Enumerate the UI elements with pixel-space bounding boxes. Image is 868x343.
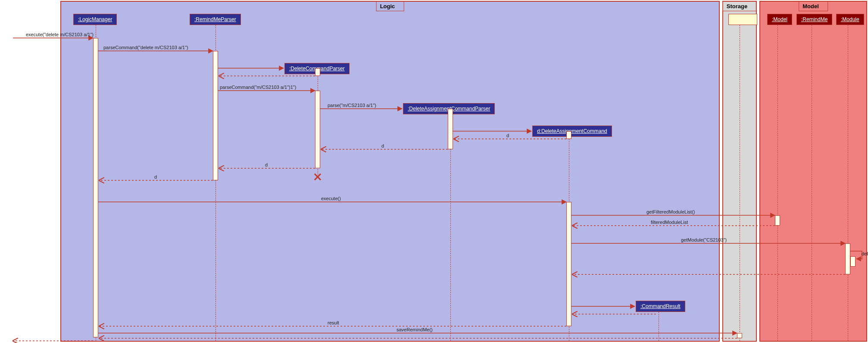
lifeline-storage [740,25,740,341]
msg-getmodule: getModule("CS2103") [681,237,727,242]
msg-parsecommand-2: parseCommand("m/CS2103 a/1")1") [220,85,296,90]
msg-saveremindme: saveRemindMe() [397,327,433,332]
frame-model-title: Model [799,2,828,11]
lifeline-module [848,25,848,341]
act-delassigncmd-1 [566,131,571,139]
act-delassignparser [448,109,453,149]
head-remindmeparser: :RemindMeParser [190,14,241,25]
msg-filteredmodulelist: filteredModuleList [651,220,688,225]
head-commandresult: :CommandResult [636,301,685,312]
act-storage [737,333,742,338]
frame-storage-title: Storage [723,2,756,11]
head-remindme: :RemindMe [796,14,832,25]
lifeline-model [777,25,778,341]
msg-execute: execute() [321,196,341,201]
act-delassigncmd-2 [566,202,571,326]
act-module [845,243,850,274]
head-logicmanager: :LogicManager [73,14,117,25]
act-delcmdparser-2 [315,91,320,168]
msg-d-3: d [265,162,268,167]
head-module: :Module [836,14,864,25]
head-deleteassigncmd: d:DeleteAssignmentCommand [532,126,612,137]
msg-d-4: d [154,174,157,179]
act-remindmeparser [213,51,218,180]
msg-execute-in: execute("delete m/CS2103 a/1") [26,32,94,37]
msg-deleteassignment-real: deleteAssignment(1) [862,251,868,256]
msg-result: result [328,320,339,325]
head-storage: :Storage [728,14,757,25]
msg-d-1: d [506,133,509,138]
act-module-self [850,256,856,267]
msg-d-2: d [381,143,384,148]
head-model: :Model [767,14,792,25]
frame-logic-title: Logic [376,2,404,11]
act-model [775,215,780,226]
msg-getfilteredmodulelist: getFilteredModuleList() [646,209,695,214]
act-delcmdparser-1 [315,68,320,76]
frame-model: Model [759,1,867,342]
lifeline-cmdresult [659,312,659,341]
msg-parse: parse("m/CS2103 a/1") [328,103,376,108]
act-logicmanager [93,38,98,337]
frame-logic: Logic [60,1,720,342]
destroy-delcmdparser [313,173,322,181]
msg-parsecommand-1: parseCommand("delete m/CS2103 a/1") [103,45,188,50]
lifeline-remindme [812,25,812,341]
